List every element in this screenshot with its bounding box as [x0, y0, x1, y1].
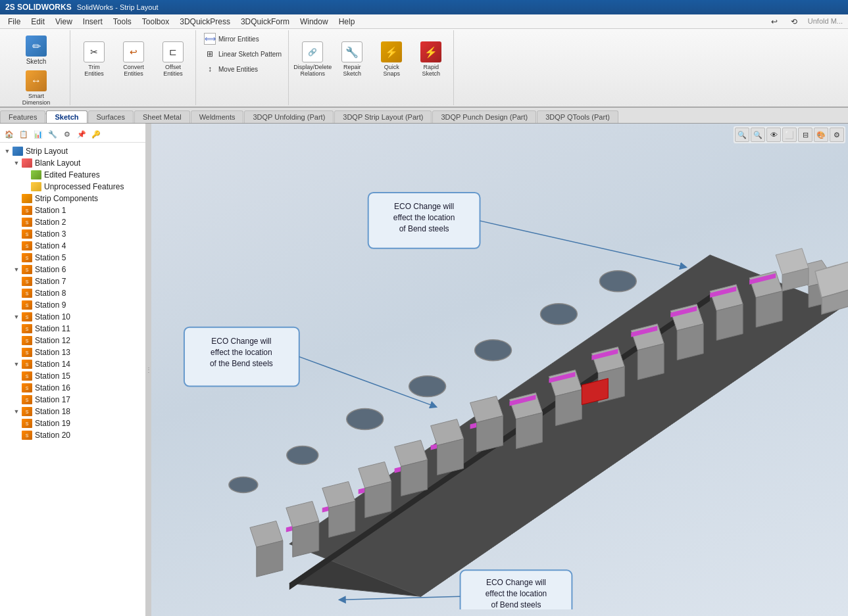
station-13-label: Station 13 [35, 348, 70, 357]
tree-station-20[interactable]: ▶ S Station 20 [9, 429, 145, 441]
sidebar-tool-3[interactable]: 📊 [32, 128, 45, 141]
expand-station-10[interactable]: ▼ [12, 312, 21, 321]
tree-station-12[interactable]: ▶ S Station 12 [9, 335, 145, 346]
menu-toolbox[interactable]: Toolbox [137, 16, 174, 28]
sidebar-tool-5[interactable]: ⚙ [61, 128, 74, 141]
linear-sketch-button[interactable]: ⊞ Linear Sketch Pattern [201, 47, 284, 61]
station-9-icon: S [21, 300, 33, 310]
display-style-button[interactable]: ⬜ [782, 128, 797, 142]
sketch-button[interactable]: ✏ Sketch [18, 33, 55, 68]
station-1-icon: S [21, 205, 33, 216]
menu-edit[interactable]: Edit [26, 16, 50, 28]
tab-3dqp-qtools[interactable]: 3DQP QTools (Part) [537, 110, 618, 123]
offset-entities-button[interactable]: ⊏ OffsetEntities [155, 33, 191, 85]
repair-icon: 🔧 [341, 41, 362, 62]
sidebar-tool-2[interactable]: 📋 [17, 128, 30, 141]
tab-3dqp-punch[interactable]: 3DQP Punch Design (Part) [432, 110, 536, 123]
tree-blank-layout[interactable]: ▼ Blank Layout [9, 157, 145, 169]
edited-features-icon [30, 170, 42, 180]
edited-features-label: Edited Features [44, 170, 100, 179]
tree-station-13[interactable]: ▶ S Station 13 [9, 346, 145, 358]
menu-insert[interactable]: Insert [78, 16, 108, 28]
tree-station-16[interactable]: ▶ S Station 16 [9, 382, 145, 394]
tree-station-4[interactable]: ▶ S Station 4 [9, 240, 145, 252]
sidebar-resize-handle[interactable]: ⋮ [146, 124, 151, 616]
tab-surfaces[interactable]: Surfaces [88, 110, 134, 123]
tree-strip-layout[interactable]: ▼ Strip Layout [0, 145, 145, 157]
zoom-out-button[interactable]: 🔍 [751, 128, 765, 142]
tree-station-19[interactable]: ▶ S Station 19 [9, 417, 145, 429]
sidebar-tool-1[interactable]: 🏠 [3, 128, 16, 141]
view-orientation-button[interactable]: 👁 [766, 128, 781, 142]
display-icon: 🔗 [302, 41, 323, 62]
display-delete-button[interactable]: 🔗 Display/DeleteRelations [294, 33, 331, 85]
station-7-icon: S [21, 276, 33, 287]
tab-sheet-metal[interactable]: Sheet Metal [134, 110, 190, 123]
menu-view[interactable]: View [50, 16, 78, 28]
menu-help[interactable]: Help [334, 16, 361, 28]
menu-file[interactable]: File [3, 16, 26, 28]
mirror-entities-button[interactable]: ⟺ Mirror Entities [201, 32, 284, 46]
tree-station-2[interactable]: ▶ S Station 2 [9, 216, 145, 228]
sidebar: 🏠 📋 📊 🔧 ⚙ 📌 🔑 ▼ Strip Layout ▼ Blank Lay… [0, 124, 146, 616]
menu-3dquickpress[interactable]: 3DQuickPress [174, 16, 236, 28]
viewport[interactable]: ECO Change will effect the location of B… [151, 124, 848, 616]
trim-icon: ✂ [84, 41, 105, 62]
expand-station-6[interactable]: ▼ [12, 265, 21, 274]
convert-entities-button[interactable]: ↩ ConvertEntities [115, 33, 152, 85]
title-bar: 2S SOLIDWORKS SolidWorks - Strip Layout [0, 0, 848, 14]
svg-marker-40 [437, 439, 464, 475]
tree-station-3[interactable]: ▶ S Station 3 [9, 228, 145, 240]
tree-station-11[interactable]: ▶ S Station 11 [9, 323, 145, 335]
tree-station-9[interactable]: ▶ S Station 9 [9, 299, 145, 311]
tree-unprocessed-features[interactable]: ▶ Unprocessed Features [18, 181, 145, 193]
tree-station-1[interactable]: ▶ S Station 1 [9, 204, 145, 216]
appearance-button[interactable]: 🎨 [814, 128, 828, 142]
trim-entities-button[interactable]: ✂ TrimEntities [76, 33, 112, 85]
expand-station-14[interactable]: ▼ [12, 360, 21, 369]
station-16-icon: S [21, 383, 33, 393]
expand-blank-layout[interactable]: ▼ [12, 158, 21, 168]
tab-weldments[interactable]: Weldments [191, 110, 244, 123]
tree-station-15[interactable]: ▶ S Station 15 [9, 370, 145, 382]
menu-window[interactable]: Window [295, 16, 334, 28]
rapid-sketch-button[interactable]: ⚡ RapidSketch [412, 33, 449, 85]
zoom-in-button[interactable]: 🔍 [735, 128, 749, 142]
menu-extra-2[interactable]: ⟲ [786, 16, 803, 28]
quick-snaps-button[interactable]: ⚡ QuickSnaps [373, 33, 410, 85]
tree-station-18[interactable]: ▼ S Station 18 [9, 406, 145, 417]
tree-station-5[interactable]: ▶ S Station 5 [9, 252, 145, 264]
menu-tools[interactable]: Tools [108, 16, 137, 28]
sidebar-tool-7[interactable]: 🔑 [89, 128, 103, 141]
sidebar-tool-4[interactable]: 🔧 [46, 128, 59, 141]
menu-extra-1[interactable]: ↩ [766, 16, 783, 28]
tree-strip-components[interactable]: ▶ Strip Components [9, 193, 145, 204]
svg-point-8 [287, 446, 318, 465]
tree-station-8[interactable]: ▶ S Station 8 [9, 287, 145, 299]
tree-edited-features[interactable]: ▶ Edited Features [18, 169, 145, 181]
settings-button[interactable]: ⚙ [830, 128, 844, 142]
repair-sketch-button[interactable]: 🔧 RepairSketch [334, 33, 370, 85]
tab-3dqp-strip[interactable]: 3DQP Strip Layout (Part) [334, 110, 432, 123]
tab-features[interactable]: Features [0, 110, 45, 123]
expand-station-18[interactable]: ▼ [12, 407, 21, 416]
tree-station-10[interactable]: ▼ S Station 10 [9, 311, 145, 323]
svg-line-62 [480, 221, 684, 267]
station-15-label: Station 15 [35, 371, 70, 381]
sidebar-tool-6[interactable]: 📌 [75, 128, 88, 141]
snaps-icon: ⚡ [381, 41, 402, 62]
expand-strip-layout[interactable]: ▼ [3, 147, 12, 156]
menu-3dquickform[interactable]: 3DQuickForm [236, 16, 295, 28]
smart-dimension-button[interactable]: ↔ SmartDimension [18, 68, 55, 108]
tree-station-6[interactable]: ▼ S Station 6 [9, 264, 145, 275]
tab-3dqp-unfolding[interactable]: 3DQP Unfolding (Part) [244, 110, 334, 123]
blank-layout-label: Blank Layout [35, 158, 80, 168]
station-6-label: Station 6 [35, 265, 66, 274]
tree-station-7[interactable]: ▶ S Station 7 [9, 275, 145, 287]
tree-station-17[interactable]: ▶ S Station 17 [9, 394, 145, 406]
section-view-button[interactable]: ⊟ [798, 128, 812, 142]
tree-station-14[interactable]: ▼ S Station 14 [9, 358, 145, 370]
move-entities-button[interactable]: ↕ Move Entities [201, 62, 284, 76]
strip-components-icon [21, 193, 33, 204]
tab-sketch[interactable]: Sketch [46, 110, 87, 123]
